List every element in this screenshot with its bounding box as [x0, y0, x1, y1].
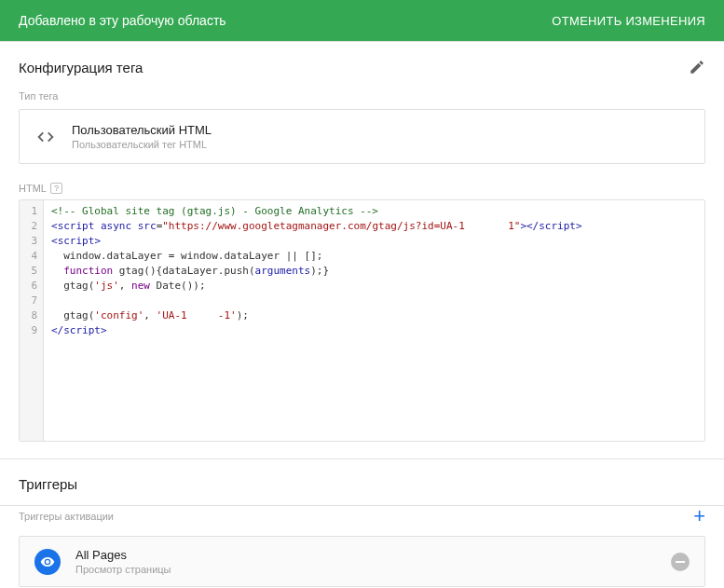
html-field-label: HTML ? — [0, 179, 724, 199]
triggers-activation: Триггеры активации + All Pages Просмотр … — [0, 505, 724, 587]
trigger-name: All Pages — [75, 548, 656, 562]
tag-type-subtitle: Пользовательский тег HTML — [72, 139, 212, 150]
trigger-type: Просмотр страницы — [75, 564, 656, 575]
line-gutter: 123456789 — [20, 200, 44, 441]
html-label-text: HTML — [19, 183, 47, 194]
tag-config-section: Конфигурация тега Тип тега Пользовательс… — [0, 41, 724, 442]
help-icon[interactable]: ? — [50, 183, 62, 194]
edit-icon[interactable] — [689, 59, 705, 75]
header-title: Добавлено в эту рабочую область — [19, 13, 226, 28]
remove-trigger-button[interactable] — [671, 553, 690, 571]
triggers-activation-header: Триггеры активации + — [0, 506, 724, 536]
code-icon — [34, 126, 57, 148]
add-trigger-button[interactable]: + — [693, 506, 705, 526]
tag-type-title: Пользовательский HTML — [72, 123, 212, 137]
discard-changes-button[interactable]: ОТМЕНИТЬ ИЗМЕНЕНИЯ — [552, 14, 705, 28]
code-content[interactable]: <!-- Global site tag (gtag.js) - Google … — [44, 200, 590, 441]
tag-type-text: Пользовательский HTML Пользовательский т… — [72, 123, 212, 150]
trigger-item[interactable]: All Pages Просмотр страницы — [19, 536, 705, 587]
triggers-title: Триггеры — [0, 459, 724, 505]
workspace-header: Добавлено в эту рабочую область ОТМЕНИТЬ… — [0, 0, 724, 41]
tag-type-label: Тип тега — [0, 85, 724, 109]
triggers-section: Триггеры — [0, 458, 724, 505]
trigger-text: All Pages Просмотр страницы — [75, 548, 656, 575]
html-code-editor[interactable]: 123456789 <!-- Global site tag (gtag.js)… — [19, 199, 705, 442]
section-title: Конфигурация тега — [19, 60, 143, 75]
tag-type-card[interactable]: Пользовательский HTML Пользовательский т… — [19, 109, 705, 164]
section-header: Конфигурация тега — [0, 42, 724, 85]
triggers-activation-label: Триггеры активации — [19, 511, 114, 522]
pageview-icon — [34, 549, 61, 575]
